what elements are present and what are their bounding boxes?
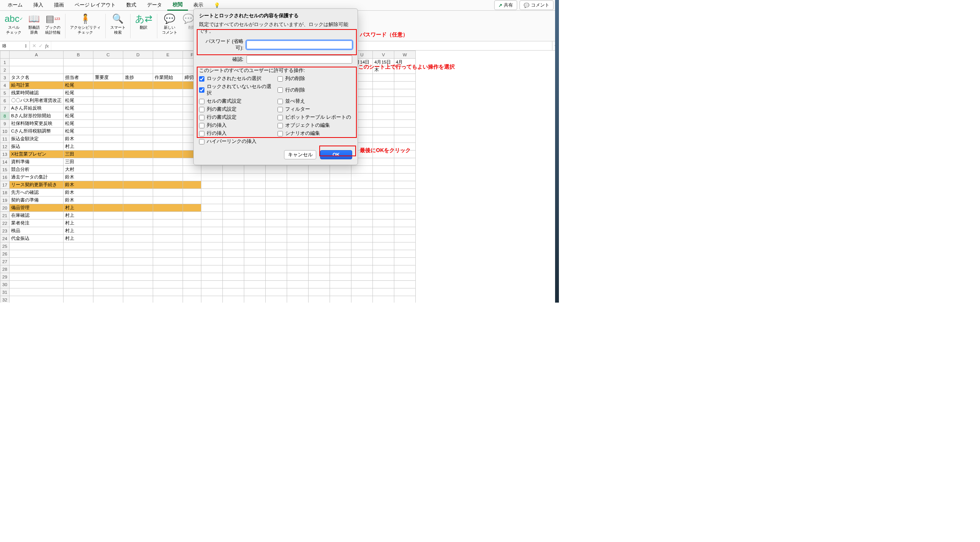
- row-header[interactable]: 16: [0, 174, 10, 181]
- cell[interactable]: [93, 281, 123, 288]
- row-header[interactable]: 13: [0, 151, 10, 158]
- cell[interactable]: [123, 158, 153, 166]
- cell[interactable]: [64, 281, 93, 288]
- cell[interactable]: [123, 120, 153, 128]
- cell[interactable]: [373, 281, 394, 288]
- checkbox[interactable]: [199, 99, 204, 104]
- cell[interactable]: [153, 281, 183, 288]
- cell[interactable]: [201, 219, 223, 227]
- cell[interactable]: 村上: [64, 212, 93, 219]
- cell[interactable]: タスク名: [10, 74, 64, 82]
- cell[interactable]: 振込金額決定: [10, 135, 64, 143]
- cell[interactable]: [394, 212, 416, 219]
- cell[interactable]: [153, 89, 183, 97]
- cell[interactable]: [10, 250, 64, 258]
- cell[interactable]: [373, 219, 394, 227]
- cell[interactable]: [330, 204, 351, 212]
- cell[interactable]: [201, 281, 223, 288]
- cell[interactable]: [266, 250, 287, 258]
- cell[interactable]: [223, 242, 244, 250]
- row-header[interactable]: 21: [0, 212, 10, 219]
- cell[interactable]: [330, 258, 351, 265]
- col-header[interactable]: C: [93, 51, 123, 59]
- cell[interactable]: [373, 265, 394, 273]
- cell[interactable]: [330, 174, 351, 181]
- cell[interactable]: [153, 265, 183, 273]
- cell[interactable]: [153, 59, 183, 66]
- tab-data[interactable]: データ: [142, 0, 167, 10]
- cell[interactable]: [266, 196, 287, 204]
- permission-checkbox[interactable]: セルの書式設定: [199, 98, 274, 105]
- cell[interactable]: [394, 166, 416, 174]
- cell[interactable]: [351, 242, 373, 250]
- cell[interactable]: [287, 258, 309, 265]
- permission-checkbox[interactable]: オブジェクトの編集: [278, 122, 352, 129]
- cell[interactable]: [309, 189, 330, 196]
- cell[interactable]: [394, 250, 416, 258]
- permission-checkbox[interactable]: 列の挿入: [199, 122, 274, 129]
- cell[interactable]: [394, 296, 416, 303]
- cell[interactable]: [123, 135, 153, 143]
- cell[interactable]: [266, 296, 287, 303]
- cell[interactable]: 松尾: [64, 82, 93, 89]
- permission-checkbox[interactable]: 行の挿入: [199, 130, 274, 137]
- cell[interactable]: [351, 174, 373, 181]
- cell[interactable]: [287, 227, 309, 235]
- cell[interactable]: [93, 189, 123, 196]
- cell[interactable]: 村上: [64, 235, 93, 242]
- cell[interactable]: [64, 258, 93, 265]
- cell[interactable]: [201, 204, 223, 212]
- ok-button[interactable]: OK: [320, 150, 352, 159]
- cell[interactable]: 鈴木: [64, 135, 93, 143]
- row-header[interactable]: 17: [0, 181, 10, 189]
- cell[interactable]: [287, 281, 309, 288]
- cell[interactable]: [223, 196, 244, 204]
- cell[interactable]: [201, 250, 223, 258]
- cell[interactable]: [309, 181, 330, 189]
- permission-checkbox[interactable]: 列の削除: [278, 75, 352, 82]
- cell[interactable]: [330, 212, 351, 219]
- cell[interactable]: [351, 235, 373, 242]
- cell[interactable]: [64, 288, 93, 296]
- checkbox[interactable]: [278, 87, 283, 93]
- cell[interactable]: [123, 181, 153, 189]
- cell[interactable]: [394, 82, 416, 89]
- cell[interactable]: [153, 143, 183, 151]
- cell[interactable]: [373, 258, 394, 265]
- share-button[interactable]: 共有: [494, 0, 517, 10]
- cell[interactable]: [201, 273, 223, 281]
- cell[interactable]: [153, 250, 183, 258]
- cell[interactable]: [394, 196, 416, 204]
- comment-button[interactable]: コメント: [519, 0, 554, 10]
- cell[interactable]: [309, 174, 330, 181]
- cell[interactable]: 作業開始: [153, 74, 183, 82]
- cell[interactable]: [64, 242, 93, 250]
- cell[interactable]: [153, 258, 183, 265]
- cell[interactable]: [183, 189, 201, 196]
- cell[interactable]: [373, 89, 394, 97]
- col-header[interactable]: B: [64, 51, 93, 59]
- cell[interactable]: [309, 204, 330, 212]
- cell[interactable]: [223, 189, 244, 196]
- name-box[interactable]: I8▲▼: [0, 41, 30, 50]
- cell[interactable]: [394, 265, 416, 273]
- cell[interactable]: [10, 288, 64, 296]
- cell[interactable]: 給与計算: [10, 82, 64, 89]
- cell[interactable]: [223, 273, 244, 281]
- row-header[interactable]: 5: [0, 89, 10, 97]
- cell[interactable]: [10, 242, 64, 250]
- cell[interactable]: 村上: [64, 219, 93, 227]
- cell[interactable]: [266, 181, 287, 189]
- cell[interactable]: [123, 204, 153, 212]
- cell[interactable]: [183, 196, 201, 204]
- cell[interactable]: [153, 288, 183, 296]
- cell[interactable]: [123, 143, 153, 151]
- cell[interactable]: [183, 166, 201, 174]
- cell[interactable]: [201, 212, 223, 219]
- cell[interactable]: [287, 204, 309, 212]
- cell[interactable]: [244, 181, 266, 189]
- cell[interactable]: [153, 189, 183, 196]
- cell[interactable]: [10, 265, 64, 273]
- cell[interactable]: [394, 219, 416, 227]
- cell[interactable]: 村上: [64, 143, 93, 151]
